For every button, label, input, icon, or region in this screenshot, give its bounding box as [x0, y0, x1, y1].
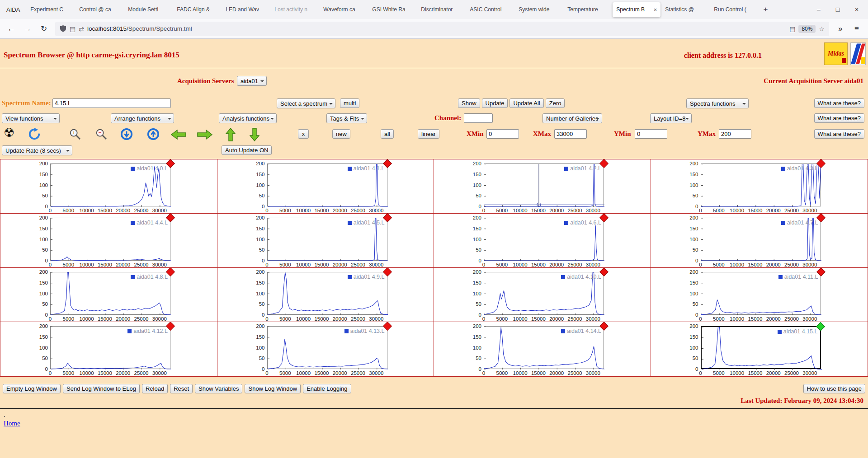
spectrum-plot[interactable]: aida01 4.9.L [267, 272, 387, 315]
zoom-in-icon[interactable]: + [69, 128, 81, 140]
url-text[interactable]: localhost:8015/Spectrum/Spectrum.tml [87, 25, 786, 32]
browser-tab[interactable]: Waveform ca [320, 2, 368, 17]
layout-id-select[interactable]: Layout ID=8 [650, 113, 692, 123]
svg-text:+: + [72, 130, 75, 136]
overflow-menu-icon[interactable]: » [833, 21, 848, 37]
bookmark-star-icon[interactable]: ☆ [819, 26, 825, 32]
zoom-indicator[interactable]: 80% [798, 25, 816, 33]
channel-label: Channel: [434, 114, 461, 122]
footer-button[interactable]: Enable Logging [303, 384, 351, 393]
scroll-up-icon[interactable] [147, 128, 160, 140]
url-bar[interactable]: ▤ ⇄ localhost:8015/Spectrum/Spectrum.tml… [55, 22, 829, 36]
update-rate-select[interactable]: Update Rate (8 secs) [2, 145, 72, 155]
ymax-input[interactable] [719, 129, 751, 139]
xmax-input[interactable] [554, 129, 587, 139]
arrange-functions-select[interactable]: Arrange functions [111, 113, 174, 123]
shield-icon[interactable] [60, 25, 66, 33]
multi-button[interactable]: multi [340, 98, 359, 108]
browser-tab[interactable]: ASIC Control [466, 2, 514, 17]
spectrum-name-input[interactable] [52, 98, 171, 108]
what-are-these-button-3[interactable]: What are these? [814, 129, 864, 139]
arrow-right-icon[interactable] [197, 130, 212, 140]
new-tab-button[interactable]: + [759, 3, 772, 16]
zoom-out-icon[interactable]: − [95, 128, 108, 140]
reload-icon[interactable]: ↻ [36, 21, 52, 37]
refresh-icon[interactable] [28, 128, 41, 140]
x-button[interactable]: x [298, 129, 309, 139]
browser-tab[interactable]: Run Control ( [710, 2, 758, 17]
browser-tab[interactable]: Experiment C [27, 2, 75, 17]
hamburger-menu-icon[interactable]: ≡ [849, 21, 864, 37]
number-of-galleries-select[interactable]: Number of Galleries [542, 113, 602, 123]
back-icon[interactable]: ← [4, 21, 19, 37]
footer-button[interactable]: Reset [170, 384, 193, 393]
ymin-input[interactable] [635, 129, 667, 139]
spectrum-plot[interactable]: aida01 4.7.L [701, 218, 821, 261]
spectrum-plot[interactable]: aida01 4.4.L [50, 218, 170, 261]
browser-tab[interactable]: Module Setti [124, 2, 172, 17]
close-icon[interactable]: × [847, 0, 866, 19]
channel-input[interactable] [464, 113, 493, 123]
what-are-these-button-1[interactable]: What are these? [814, 98, 864, 108]
linear-button[interactable]: linear [418, 129, 439, 139]
spectrum-plot[interactable]: aida01 4.1.L [267, 164, 387, 206]
xmin-input[interactable] [486, 129, 519, 139]
spectrum-plot[interactable]: aida01 4.12.L [50, 326, 170, 369]
acquisition-server-select[interactable]: aida01 [237, 76, 267, 86]
browser-tab[interactable]: Statistics @ [661, 2, 709, 17]
view-functions-select[interactable]: View functions [2, 113, 60, 123]
home-link[interactable]: Home [4, 420, 20, 427]
browser-tab[interactable]: LED and Wav [222, 2, 270, 17]
new-button[interactable]: new [332, 129, 350, 139]
scroll-down-icon[interactable] [120, 128, 133, 140]
browser-tab[interactable]: FADC Align & [173, 2, 221, 17]
how-to-use-button[interactable]: How to use this page [803, 384, 865, 393]
footer-button[interactable]: Send Log Window to ELog [63, 384, 140, 393]
spectrum-plot[interactable]: aida01 4.15.L [701, 326, 821, 369]
spectrum-plot[interactable]: aida01 4.13.L [267, 326, 387, 369]
browser-tab[interactable]: System wide [515, 2, 563, 17]
all-button[interactable]: all [381, 129, 394, 139]
page-info-icon[interactable]: ▤ [70, 26, 75, 32]
browser-tab[interactable]: Spectrum B× [613, 2, 660, 17]
spectrum-plot[interactable]: aida01 4.6.L [484, 218, 604, 261]
spectrum-plot[interactable]: aida01 4.8.L [50, 272, 170, 315]
permissions-icon[interactable]: ⇄ [79, 26, 84, 32]
arrow-up-icon[interactable] [226, 128, 236, 141]
update-button[interactable]: Update [482, 98, 508, 108]
spectrum-plot[interactable]: aida01 4.14.L [484, 326, 604, 369]
radiation-icon[interactable]: ☢ [4, 127, 14, 139]
minimize-icon[interactable]: – [809, 0, 828, 19]
browser-tab[interactable]: Lost activity n [271, 2, 319, 17]
show-button[interactable]: Show [458, 98, 480, 108]
browser-tab[interactable]: Discriminator [417, 2, 465, 17]
what-are-these-button-2[interactable]: What are these? [814, 113, 864, 123]
gallery: 050100150200aida01 4.0.L0500010000150002… [0, 159, 868, 377]
zero-button[interactable]: Zero [546, 98, 565, 108]
footer-button[interactable]: Show Log Window [245, 384, 301, 393]
forward-icon[interactable]: → [20, 21, 35, 37]
browser-tab[interactable]: Temperature [564, 2, 612, 17]
footer-button[interactable]: Reload [142, 384, 168, 393]
footer-button[interactable]: Empty Log Window [3, 384, 61, 393]
spectrum-plot[interactable]: aida01 4.2.L [484, 164, 604, 206]
tab-close-icon[interactable]: × [654, 6, 657, 13]
browser-tab[interactable]: Control @ ca [75, 2, 123, 17]
spectrum-plot[interactable]: aida01 4.3.L [701, 164, 821, 206]
footer-button[interactable]: Show Variables [195, 384, 242, 393]
select-a-spectrum-select[interactable]: Select a spectrum [277, 98, 335, 108]
arrow-down-icon[interactable] [250, 128, 259, 141]
spectrum-plot[interactable]: aida01 4.11.L [701, 272, 821, 315]
maximize-icon[interactable]: □ [828, 0, 847, 19]
update-all-button[interactable]: Update All [509, 98, 543, 108]
tags-fits-select[interactable]: Tags & Fits [326, 113, 367, 123]
arrow-left-icon[interactable] [171, 130, 186, 140]
spectrum-plot[interactable]: aida01 4.5.L [267, 218, 387, 261]
auto-update-button[interactable]: Auto Update ON [222, 145, 272, 155]
spectrum-plot[interactable]: aida01 4.0.L [50, 164, 170, 206]
analysis-functions-select[interactable]: Analysis functions [219, 113, 277, 123]
spectra-functions-select[interactable]: Spectra functions [686, 98, 749, 108]
browser-tab[interactable]: GSI White Ra [368, 2, 416, 17]
spectrum-plot[interactable]: aida01 4.10.L [484, 272, 604, 315]
reader-mode-icon[interactable]: ▤ [789, 26, 795, 32]
